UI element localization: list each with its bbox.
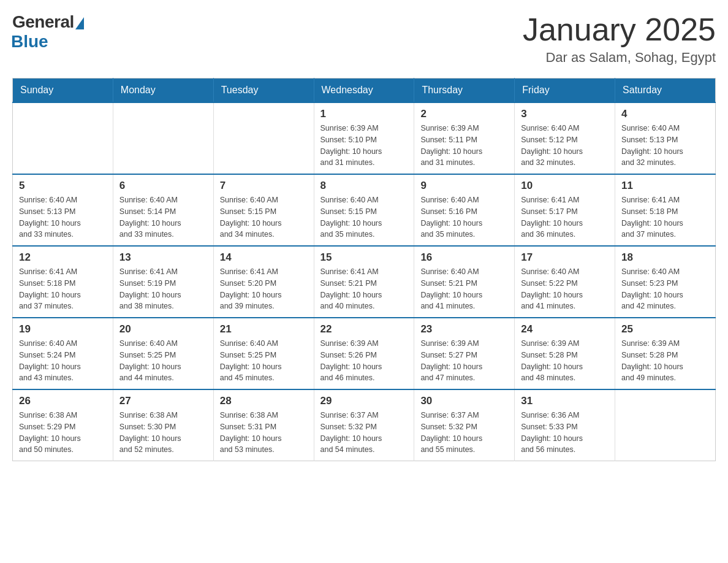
title-area: January 2025 Dar as Salam, Sohag, Egypt (523, 12, 716, 66)
day-number: 19 (19, 323, 107, 335)
day-info: Sunrise: 6:40 AM Sunset: 5:22 PM Dayligh… (521, 266, 609, 312)
calendar-day-cell (213, 102, 314, 174)
calendar-table: SundayMondayTuesdayWednesdayThursdayFrid… (12, 78, 716, 461)
day-number: 12 (19, 251, 107, 264)
logo: General Blue (12, 12, 84, 52)
day-info: Sunrise: 6:40 AM Sunset: 5:12 PM Dayligh… (521, 123, 609, 169)
calendar-header-day: Saturday (615, 79, 716, 103)
calendar-week-row: 5Sunrise: 6:40 AM Sunset: 5:13 PM Daylig… (13, 174, 716, 246)
day-info: Sunrise: 6:40 AM Sunset: 5:15 PM Dayligh… (220, 194, 308, 240)
day-info: Sunrise: 6:41 AM Sunset: 5:19 PM Dayligh… (119, 266, 207, 312)
day-info: Sunrise: 6:41 AM Sunset: 5:21 PM Dayligh… (320, 266, 408, 312)
calendar-subtitle: Dar as Salam, Sohag, Egypt (523, 50, 716, 66)
calendar-day-cell: 5Sunrise: 6:40 AM Sunset: 5:13 PM Daylig… (13, 174, 113, 246)
day-number: 13 (119, 251, 207, 264)
day-info: Sunrise: 6:40 AM Sunset: 5:16 PM Dayligh… (420, 194, 508, 240)
day-number: 23 (420, 323, 508, 335)
day-info: Sunrise: 6:39 AM Sunset: 5:26 PM Dayligh… (320, 338, 408, 384)
calendar-week-row: 12Sunrise: 6:41 AM Sunset: 5:18 PM Dayli… (13, 246, 716, 318)
calendar-header-day: Sunday (13, 79, 113, 103)
calendar-day-cell: 20Sunrise: 6:40 AM Sunset: 5:25 PM Dayli… (113, 318, 213, 389)
day-number: 5 (19, 180, 107, 192)
day-info: Sunrise: 6:40 AM Sunset: 5:25 PM Dayligh… (119, 338, 207, 384)
day-number: 3 (521, 108, 609, 120)
day-info: Sunrise: 6:39 AM Sunset: 5:10 PM Dayligh… (320, 123, 408, 169)
day-number: 10 (521, 180, 609, 192)
day-info: Sunrise: 6:39 AM Sunset: 5:28 PM Dayligh… (521, 338, 609, 384)
calendar-day-cell: 29Sunrise: 6:37 AM Sunset: 5:32 PM Dayli… (314, 389, 414, 461)
day-number: 4 (621, 108, 709, 120)
calendar-header-day: Friday (515, 79, 615, 103)
calendar-day-cell: 17Sunrise: 6:40 AM Sunset: 5:22 PM Dayli… (515, 246, 615, 318)
calendar-day-cell: 23Sunrise: 6:39 AM Sunset: 5:27 PM Dayli… (414, 318, 515, 389)
day-info: Sunrise: 6:38 AM Sunset: 5:30 PM Dayligh… (119, 410, 207, 456)
logo-triangle-icon (75, 17, 84, 29)
calendar-day-cell: 3Sunrise: 6:40 AM Sunset: 5:12 PM Daylig… (515, 102, 615, 174)
day-number: 8 (320, 180, 408, 192)
calendar-day-cell (13, 102, 113, 174)
day-number: 25 (621, 323, 709, 335)
logo-general-text: General (12, 12, 74, 32)
calendar-day-cell: 7Sunrise: 6:40 AM Sunset: 5:15 PM Daylig… (213, 174, 314, 246)
calendar-day-cell (615, 389, 716, 461)
day-number: 26 (19, 395, 107, 407)
calendar-day-cell: 25Sunrise: 6:39 AM Sunset: 5:28 PM Dayli… (615, 318, 716, 389)
calendar-day-cell: 12Sunrise: 6:41 AM Sunset: 5:18 PM Dayli… (13, 246, 113, 318)
calendar-week-row: 19Sunrise: 6:40 AM Sunset: 5:24 PM Dayli… (13, 318, 716, 389)
calendar-header-day: Monday (113, 79, 213, 103)
calendar-title: January 2025 (523, 12, 716, 47)
calendar-day-cell: 15Sunrise: 6:41 AM Sunset: 5:21 PM Dayli… (314, 246, 414, 318)
day-info: Sunrise: 6:40 AM Sunset: 5:15 PM Dayligh… (320, 194, 408, 240)
calendar-day-cell: 10Sunrise: 6:41 AM Sunset: 5:17 PM Dayli… (515, 174, 615, 246)
calendar-week-row: 1Sunrise: 6:39 AM Sunset: 5:10 PM Daylig… (13, 102, 716, 174)
calendar-header-day: Tuesday (213, 79, 314, 103)
calendar-header-day: Wednesday (314, 79, 414, 103)
day-info: Sunrise: 6:41 AM Sunset: 5:18 PM Dayligh… (19, 266, 107, 312)
day-number: 1 (320, 108, 408, 120)
day-number: 31 (521, 395, 609, 407)
calendar-day-cell: 11Sunrise: 6:41 AM Sunset: 5:18 PM Dayli… (615, 174, 716, 246)
day-number: 14 (220, 251, 308, 264)
day-info: Sunrise: 6:39 AM Sunset: 5:27 PM Dayligh… (420, 338, 508, 384)
calendar-day-cell: 30Sunrise: 6:37 AM Sunset: 5:32 PM Dayli… (414, 389, 515, 461)
day-number: 16 (420, 251, 508, 264)
day-info: Sunrise: 6:38 AM Sunset: 5:29 PM Dayligh… (19, 410, 107, 456)
day-number: 11 (621, 180, 709, 192)
day-info: Sunrise: 6:37 AM Sunset: 5:32 PM Dayligh… (420, 410, 508, 456)
page-header: General Blue January 2025 Dar as Salam, … (12, 12, 716, 66)
calendar-day-cell: 26Sunrise: 6:38 AM Sunset: 5:29 PM Dayli… (13, 389, 113, 461)
calendar-day-cell: 31Sunrise: 6:36 AM Sunset: 5:33 PM Dayli… (515, 389, 615, 461)
calendar-day-cell: 21Sunrise: 6:40 AM Sunset: 5:25 PM Dayli… (213, 318, 314, 389)
calendar-week-row: 26Sunrise: 6:38 AM Sunset: 5:29 PM Dayli… (13, 389, 716, 461)
day-info: Sunrise: 6:40 AM Sunset: 5:23 PM Dayligh… (621, 266, 709, 312)
day-number: 18 (621, 251, 709, 264)
day-info: Sunrise: 6:40 AM Sunset: 5:24 PM Dayligh… (19, 338, 107, 384)
day-number: 7 (220, 180, 308, 192)
calendar-day-cell: 22Sunrise: 6:39 AM Sunset: 5:26 PM Dayli… (314, 318, 414, 389)
day-info: Sunrise: 6:40 AM Sunset: 5:13 PM Dayligh… (19, 194, 107, 240)
calendar-day-cell: 4Sunrise: 6:40 AM Sunset: 5:13 PM Daylig… (615, 102, 716, 174)
calendar-day-cell: 9Sunrise: 6:40 AM Sunset: 5:16 PM Daylig… (414, 174, 515, 246)
calendar-day-cell: 8Sunrise: 6:40 AM Sunset: 5:15 PM Daylig… (314, 174, 414, 246)
calendar-day-cell: 18Sunrise: 6:40 AM Sunset: 5:23 PM Dayli… (615, 246, 716, 318)
day-number: 15 (320, 251, 408, 264)
calendar-day-cell: 6Sunrise: 6:40 AM Sunset: 5:14 PM Daylig… (113, 174, 213, 246)
calendar-day-cell: 2Sunrise: 6:39 AM Sunset: 5:11 PM Daylig… (414, 102, 515, 174)
day-number: 21 (220, 323, 308, 335)
calendar-day-cell (113, 102, 213, 174)
day-number: 17 (521, 251, 609, 264)
day-number: 27 (119, 395, 207, 407)
day-info: Sunrise: 6:40 AM Sunset: 5:25 PM Dayligh… (220, 338, 308, 384)
calendar-day-cell: 14Sunrise: 6:41 AM Sunset: 5:20 PM Dayli… (213, 246, 314, 318)
calendar-day-cell: 19Sunrise: 6:40 AM Sunset: 5:24 PM Dayli… (13, 318, 113, 389)
calendar-header-row: SundayMondayTuesdayWednesdayThursdayFrid… (13, 79, 716, 103)
day-info: Sunrise: 6:41 AM Sunset: 5:18 PM Dayligh… (621, 194, 709, 240)
day-info: Sunrise: 6:36 AM Sunset: 5:33 PM Dayligh… (521, 410, 609, 456)
day-number: 29 (320, 395, 408, 407)
day-number: 2 (420, 108, 508, 120)
day-info: Sunrise: 6:37 AM Sunset: 5:32 PM Dayligh… (320, 410, 408, 456)
calendar-day-cell: 28Sunrise: 6:38 AM Sunset: 5:31 PM Dayli… (213, 389, 314, 461)
day-info: Sunrise: 6:40 AM Sunset: 5:13 PM Dayligh… (621, 123, 709, 169)
calendar-day-cell: 1Sunrise: 6:39 AM Sunset: 5:10 PM Daylig… (314, 102, 414, 174)
calendar-header-day: Thursday (414, 79, 515, 103)
